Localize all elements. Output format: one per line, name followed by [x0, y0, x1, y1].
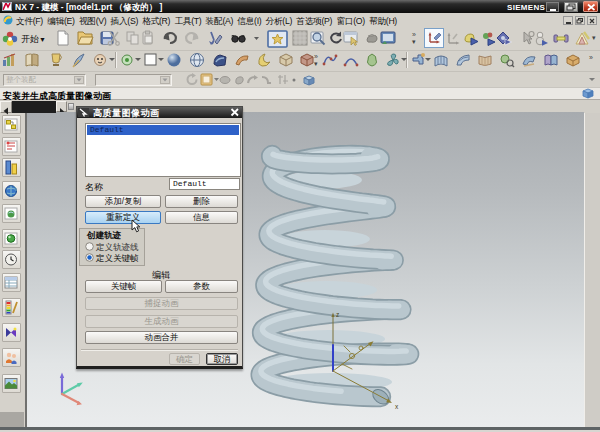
svg-text:x: x — [395, 403, 399, 410]
svg-text:z: z — [336, 311, 339, 318]
